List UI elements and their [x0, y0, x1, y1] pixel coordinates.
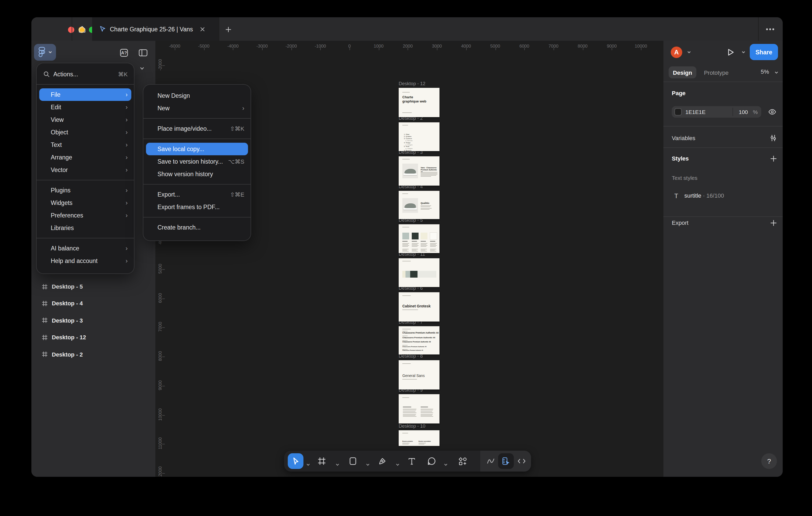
menu-item-plugins[interactable]: Plugins›	[37, 184, 134, 196]
close-window-button[interactable]	[68, 26, 74, 33]
window-more-button[interactable]	[765, 27, 775, 32]
canvas-frame-desktop-2[interactable]: 1. Objet2. Qualités3. Couleursa. Dérivés…	[399, 122, 439, 151]
dev-mode-toggle[interactable]	[498, 453, 514, 469]
design-file-icon	[99, 26, 106, 32]
ruler-label-h: 11000	[659, 43, 663, 49]
text-tool-button[interactable]	[404, 453, 419, 469]
frame-label[interactable]: Desktop - 12	[399, 81, 461, 87]
canvas-frame-desktop-6[interactable]: Cabinet Grotesk	[399, 292, 439, 322]
page-color-hex[interactable]: 1E1E1E	[686, 109, 705, 115]
shape-tool-button[interactable]	[345, 453, 360, 469]
layer-row-desktop-3[interactable]: Desktop - 3	[33, 314, 153, 327]
layer-row-desktop-2[interactable]: Desktop - 2	[33, 347, 153, 361]
palette-text-bar	[402, 251, 409, 251]
add-style-button[interactable]	[769, 154, 778, 162]
help-button[interactable]: ?	[761, 453, 777, 469]
menu-item-arrange[interactable]: Arrange›	[37, 151, 134, 164]
add-export-button[interactable]	[769, 218, 778, 227]
menu-item-vector[interactable]: Vector›	[37, 164, 134, 176]
frame-tool-chevron[interactable]	[336, 459, 340, 463]
canvas-frame-desktop-8[interactable]: General Sans	[399, 360, 439, 390]
menu-item-file[interactable]: File›	[39, 88, 131, 101]
column-heading-bar	[403, 407, 411, 407]
text-style-meta: · 16/100	[701, 192, 724, 199]
menu-item-new-design[interactable]: New Design	[143, 89, 251, 102]
menu-item-preferences[interactable]: Preferences›	[37, 209, 134, 222]
share-button[interactable]: Share	[750, 44, 778, 60]
menu-item-actions[interactable]: Actions... ⌘K	[37, 68, 134, 81]
page-color-field[interactable]: 1E1E1E 100 %	[672, 106, 761, 118]
move-tool-chevron[interactable]	[306, 459, 310, 463]
canvas-frame-desktop-11[interactable]	[399, 258, 439, 287]
palette-swatch	[420, 233, 428, 239]
move-tool-button[interactable]	[288, 453, 303, 469]
page-color-swatch[interactable]	[675, 109, 681, 115]
menu-item-show-version-history[interactable]: Show version history	[143, 168, 251, 180]
comment-tool-button[interactable]	[424, 453, 439, 469]
tab-prototype[interactable]: Prototype	[700, 66, 732, 79]
menu-item-help-and-account[interactable]: Help and account›	[37, 254, 134, 267]
page-opacity-value[interactable]: 100	[739, 109, 748, 115]
canvas-frame-desktop-4[interactable]: Qualités	[399, 191, 439, 219]
main-menu-list: File›Edit›View›Object›Text›Arrange›Vecto…	[37, 88, 134, 267]
menu-item-export[interactable]: Export...⇧⌘E	[143, 188, 251, 201]
pen-tool-chevron[interactable]	[396, 459, 400, 463]
page-visibility-button[interactable]	[767, 108, 777, 116]
file-tab[interactable]: Charte Graphique 25-26 | Vans	[92, 17, 219, 41]
menu-item-libraries[interactable]: Libraries	[37, 222, 134, 234]
home-button[interactable]	[77, 25, 87, 34]
present-chevron[interactable]	[741, 50, 746, 54]
rename-asset-button[interactable]: A?	[119, 48, 128, 57]
menu-item-ai-balance[interactable]: AI balance›	[37, 242, 134, 254]
menu-item-save-local-copy[interactable]: Save local copy...	[146, 143, 248, 155]
canvas-frame-desktop-12[interactable]: Charte graphique web	[399, 88, 439, 117]
present-button[interactable]	[726, 48, 735, 57]
pen-tool-button[interactable]	[375, 453, 390, 469]
frame-tool-button[interactable]	[314, 453, 329, 469]
layer-row-desktop-12[interactable]: Desktop - 12	[33, 330, 153, 344]
menu-item-object[interactable]: Object›	[37, 126, 134, 139]
comment-tool-chevron[interactable]	[444, 459, 448, 463]
menu-item-export-frames-to-pdf[interactable]: Export frames to PDF...	[143, 201, 251, 213]
canvas-frame-desktop-7[interactable]: Chaussures Premium Authentic 44Chaussure…	[399, 326, 439, 355]
menu-item-widgets[interactable]: Widgets›	[37, 196, 134, 209]
column-text-bar	[420, 410, 433, 411]
text-style-item[interactable]: T surtitle · 16/100	[669, 189, 778, 202]
menu-item-create-branch[interactable]: Create branch...	[143, 221, 251, 234]
submenu-chevron-icon: ›	[125, 130, 128, 135]
close-tab-icon[interactable]	[199, 26, 206, 32]
open-variables-button[interactable]	[769, 134, 778, 142]
menu-item-view[interactable]: View›	[37, 114, 134, 126]
menu-divider	[143, 184, 251, 185]
tab-design[interactable]: Design	[669, 66, 696, 79]
menu-item-label: Save local copy...	[157, 146, 204, 152]
ruler-tick-h	[437, 48, 437, 50]
menu-item-save-to-version-history[interactable]: Save to version history...⌥⌘S	[143, 155, 251, 168]
zoom-level[interactable]: 5%	[761, 68, 769, 75]
menu-item-text[interactable]: Text›	[37, 139, 134, 151]
shape-tool-chevron[interactable]	[366, 459, 370, 463]
canvas-frame-desktop-10[interactable]: Bouton primaire Bouton secondaire	[399, 430, 439, 446]
pages-collapse-chevron[interactable]	[139, 66, 145, 71]
menu-item-edit[interactable]: Edit›	[37, 101, 134, 114]
account-chevron[interactable]	[687, 50, 692, 54]
canvas-frame-desktop-9[interactable]	[399, 394, 439, 423]
layer-row-desktop-4[interactable]: Desktop - 4	[33, 297, 153, 310]
menu-item-new[interactable]: New›	[143, 102, 251, 115]
layer-name: Desktop - 12	[52, 334, 86, 340]
draw-tool-button[interactable]	[483, 453, 499, 469]
menu-item-place-image-video[interactable]: Place image/video...⇧⌘K	[143, 122, 251, 135]
canvas-frame-desktop-5[interactable]	[399, 224, 439, 253]
toggle-sidebar-button[interactable]	[138, 49, 148, 57]
avatar[interactable]: A	[671, 47, 682, 58]
canvas-frame-desktop-3[interactable]: Vans · Chaussures Premium Authentic 44	[399, 156, 439, 186]
new-tab-button[interactable]	[224, 26, 232, 33]
frame-label[interactable]: Desktop - 10	[399, 423, 461, 429]
zoom-chevron[interactable]	[774, 70, 779, 75]
actions-tool-button[interactable]	[455, 453, 470, 469]
main-menu-button[interactable]	[34, 44, 56, 61]
code-view-button[interactable]	[514, 453, 529, 469]
layer-row-desktop-5[interactable]: Desktop - 5	[33, 280, 153, 293]
section-divider	[663, 147, 783, 148]
palette-text-bar	[411, 249, 418, 249]
